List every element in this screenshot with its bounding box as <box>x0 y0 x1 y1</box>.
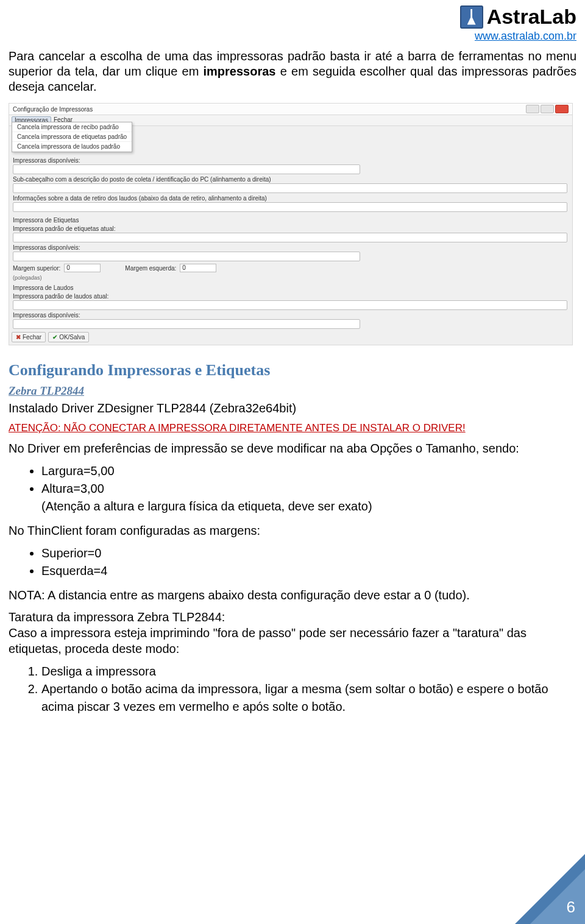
label-laudos-title: Impressora de Laudos <box>13 284 569 291</box>
page-header: AstraLab www.astralab.com.br <box>9 0 576 45</box>
label-disponiveis: Impressoras disponíveis: <box>13 157 569 164</box>
combo-impressoras-3 <box>13 319 360 329</box>
section-heading: Configurando Impressoras e Etiquetas <box>9 361 576 379</box>
field-subcabecalho <box>13 183 567 193</box>
label-margem-superior: Margem superior: <box>13 265 60 272</box>
label-margem-esquerda: Margem esquerda: <box>125 265 176 272</box>
size-bullet-list: Largura=5,00 Altura=3,00(Atenção a altur… <box>41 462 576 515</box>
sub-heading: Zebra TLP2844 <box>9 384 576 398</box>
field-laudos-atual <box>13 300 567 310</box>
field-etq-atual <box>13 233 567 242</box>
field-info-retiro <box>13 202 567 212</box>
label-disponiveis-3: Impressoras disponíveis: <box>13 312 569 319</box>
minimize-icon <box>526 105 539 113</box>
list-item: Apertando o botão acima da impressora, l… <box>41 680 576 716</box>
nota-paragraph: NOTA: A distancia entre as margens abaix… <box>9 587 576 603</box>
combo-impressoras <box>13 164 360 174</box>
list-item: Esquerda=4 <box>41 562 576 580</box>
list-item: Desliga a impressora <box>41 663 576 680</box>
ok-salva-button: ✔OK/Salva <box>48 332 89 342</box>
steps-list: Desliga a impressora Apertando o botão a… <box>41 663 576 716</box>
label-info-retiro: Informações sobre a data de retiro dos l… <box>13 195 569 202</box>
site-url-link[interactable]: www.astralab.com.br <box>460 30 576 43</box>
impressoras-dropdown: Cancela impressora de recibo padrão Canc… <box>12 122 132 152</box>
window-title: Configuração de Impressoras <box>13 106 93 113</box>
list-item: Altura=3,00(Atenção a altura e largura f… <box>41 480 576 515</box>
label-subcabecalho: Sub-cabeçalho com a descrição do posto d… <box>13 176 569 183</box>
intro-paragraph: Para cancelar a escolha de uma das impre… <box>9 49 576 94</box>
label-laudos-atual: Impressora padrão de laudos atual: <box>13 293 569 300</box>
list-item: Largura=5,00 <box>41 462 576 480</box>
taratura-paragraph: Taratura da impressora Zebra TLP2844: Ca… <box>9 609 576 657</box>
flask-icon <box>460 5 483 29</box>
combo-impressoras-2 <box>13 252 360 261</box>
list-item: Superior=0 <box>41 545 576 562</box>
close-x-icon: ✖ <box>16 334 21 340</box>
dropdown-item: Cancela impressora de recibo padrão <box>12 122 132 132</box>
driver-pref-paragraph: No Driver em preferências de impressão s… <box>9 440 576 456</box>
thinclient-paragraph: No ThinClient foram configuradas as marg… <box>9 523 576 538</box>
dropdown-item: Cancela impressora de etiquetas padrão <box>12 132 132 142</box>
driver-line: Instalado Driver ZDesigner TLP2844 (Zebr… <box>9 400 576 416</box>
label-disponiveis-2: Impressoras disponíveis: <box>13 244 569 251</box>
field-margem-superior: 0 <box>64 264 101 272</box>
page-number: 6 <box>567 898 575 917</box>
label-etiquetas-atual: Impressora padrão de etiquetas atual: <box>13 225 569 232</box>
close-icon <box>555 105 569 113</box>
label-polegadas: (polegadas) <box>13 275 569 281</box>
maximize-icon <box>541 105 554 113</box>
label-etiquetas-title: Impressora de Etiquetas <box>13 217 569 224</box>
logo-text: AstraLab <box>487 5 576 29</box>
fechar-button: ✖Fechar <box>12 332 46 342</box>
warning-line: ATENÇÃO: NÃO CONECTAR A IMPRESSORA DIRET… <box>9 422 576 434</box>
margin-bullet-list: Superior=0 Esquerda=4 <box>41 545 576 580</box>
field-margem-esquerda: 0 <box>180 264 216 272</box>
check-icon: ✔ <box>52 334 57 340</box>
page-corner-decoration: 6 <box>512 851 585 924</box>
dropdown-item: Cancela impressora de laudos padrão <box>12 142 132 152</box>
embedded-screenshot: Configuração de Impressoras Impressoras … <box>9 103 573 345</box>
